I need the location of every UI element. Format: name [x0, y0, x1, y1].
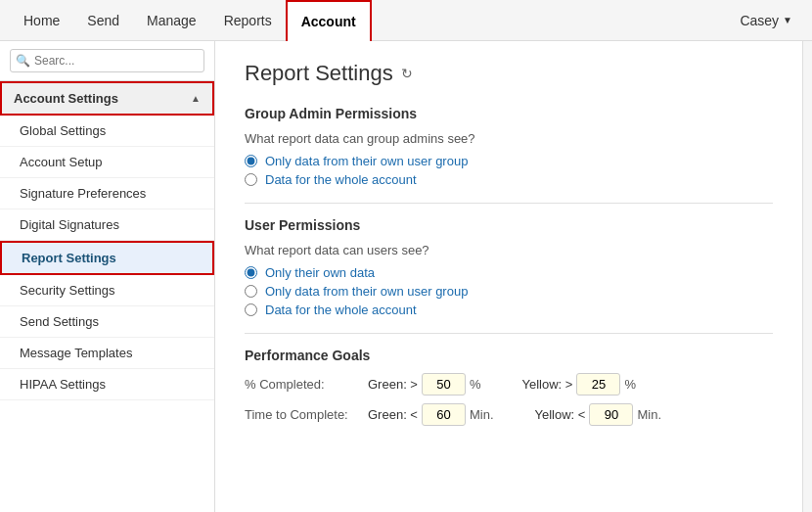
user-perm-label-2: Data for the whole account: [265, 303, 417, 317]
top-nav: Home Send Manage Reports Account Casey ▼: [0, 0, 812, 41]
sidebar-item-global-settings[interactable]: Global Settings: [0, 116, 214, 147]
group-admin-option-0[interactable]: Only data from their own user group: [245, 154, 773, 168]
perf-green-segment-0: Green: > %: [368, 373, 481, 396]
user-perm-radio-0[interactable]: [245, 266, 257, 279]
sidebar-item-report-settings[interactable]: Report Settings: [0, 241, 214, 275]
group-admin-section-title: Group Admin Permissions: [245, 106, 773, 121]
group-admin-radio-group: Only data from their own user group Data…: [245, 154, 773, 187]
perf-yellow-op-1: Yellow: <: [535, 407, 586, 422]
perf-green-op-0: Green: >: [368, 377, 418, 392]
group-admin-question: What report data can group admins see?: [245, 131, 773, 146]
user-name: Casey: [740, 13, 779, 28]
perf-row-1: Time to Complete: Green: < Min. Yellow: …: [245, 403, 773, 426]
user-perm-option-1[interactable]: Only data from their own user group: [245, 284, 773, 299]
perf-label-0: % Completed:: [245, 377, 362, 392]
divider-1: [245, 203, 773, 204]
perf-yellow-segment-1: Yellow: < Min.: [535, 403, 661, 426]
page-title-text: Report Settings: [245, 61, 393, 86]
group-admin-radio-0[interactable]: [245, 155, 257, 167]
group-admin-label-0: Only data from their own user group: [265, 154, 468, 168]
user-perm-label-0: Only their own data: [265, 265, 375, 280]
group-admin-label-1: Data for the whole account: [265, 172, 417, 187]
perf-yellow-unit-1: Min.: [637, 407, 661, 422]
refresh-icon[interactable]: ↻: [401, 66, 413, 81]
sidebar: 🔍 Account Settings ▲ Global Settings Acc…: [0, 41, 215, 512]
nav-account[interactable]: Account: [286, 0, 372, 41]
perf-green-op-1: Green: <: [368, 407, 418, 422]
page-title: Report Settings ↻: [245, 61, 773, 86]
perf-yellow-segment-0: Yellow: > %: [522, 373, 636, 396]
sidebar-item-digital-signatures[interactable]: Digital Signatures: [0, 209, 214, 241]
nav-manage[interactable]: Manage: [133, 0, 210, 41]
search-icon: 🔍: [16, 54, 30, 68]
group-admin-radio-1[interactable]: [245, 173, 257, 186]
perf-green-input-0[interactable]: [422, 373, 466, 396]
divider-2: [245, 333, 773, 334]
main-layout: 🔍 Account Settings ▲ Global Settings Acc…: [0, 41, 812, 512]
perf-green-unit-0: %: [470, 377, 481, 392]
account-settings-label: Account Settings: [14, 91, 118, 106]
account-settings-group[interactable]: Account Settings ▲: [0, 81, 214, 116]
user-permissions-radio-group: Only their own data Only data from their…: [245, 265, 773, 317]
sidebar-item-account-setup[interactable]: Account Setup: [0, 147, 214, 178]
user-permissions-question: What report data can users see?: [245, 243, 773, 257]
nav-home[interactable]: Home: [10, 0, 73, 41]
perf-green-input-1[interactable]: [422, 403, 466, 426]
user-menu[interactable]: Casey ▼: [730, 13, 802, 28]
perf-label-1: Time to Complete:: [245, 407, 362, 422]
content-area: Report Settings ↻ Group Admin Permission…: [215, 41, 802, 512]
user-perm-radio-2[interactable]: [245, 303, 257, 316]
user-permissions-section-title: User Permissions: [245, 217, 773, 233]
perf-green-segment-1: Green: < Min.: [368, 403, 494, 426]
perf-goals-container: % Completed: Green: > % Yellow: > % Time…: [245, 373, 773, 426]
user-perm-option-2[interactable]: Data for the whole account: [245, 303, 773, 317]
sidebar-item-security-settings[interactable]: Security Settings: [0, 275, 214, 306]
perf-row-0: % Completed: Green: > % Yellow: > %: [245, 373, 773, 396]
group-admin-option-1[interactable]: Data for the whole account: [245, 172, 773, 187]
user-perm-option-0[interactable]: Only their own data: [245, 265, 773, 280]
user-chevron-icon: ▼: [783, 15, 792, 25]
sidebar-item-signature-preferences[interactable]: Signature Preferences: [0, 178, 214, 209]
sidebar-item-message-templates[interactable]: Message Templates: [0, 338, 214, 369]
perf-yellow-op-0: Yellow: >: [522, 377, 573, 392]
sidebar-item-hipaa-settings[interactable]: HIPAA Settings: [0, 369, 214, 400]
search-input[interactable]: [10, 49, 204, 72]
perf-green-unit-1: Min.: [470, 407, 494, 422]
perf-yellow-input-0[interactable]: [576, 373, 620, 396]
perf-yellow-input-1[interactable]: [589, 403, 633, 426]
user-perm-radio-1[interactable]: [245, 285, 257, 298]
perf-goals-section-title: Performance Goals: [245, 348, 773, 363]
sidebar-search-container: 🔍: [0, 41, 214, 81]
sidebar-section: Account Settings ▲ Global Settings Accou…: [0, 81, 214, 512]
nav-send[interactable]: Send: [73, 0, 133, 41]
nav-reports[interactable]: Reports: [210, 0, 286, 41]
sidebar-item-send-settings[interactable]: Send Settings: [0, 306, 214, 338]
chevron-up-icon: ▲: [191, 93, 201, 104]
user-perm-label-1: Only data from their own user group: [265, 284, 468, 299]
scrollbar[interactable]: [802, 41, 812, 512]
perf-yellow-unit-0: %: [624, 377, 636, 392]
